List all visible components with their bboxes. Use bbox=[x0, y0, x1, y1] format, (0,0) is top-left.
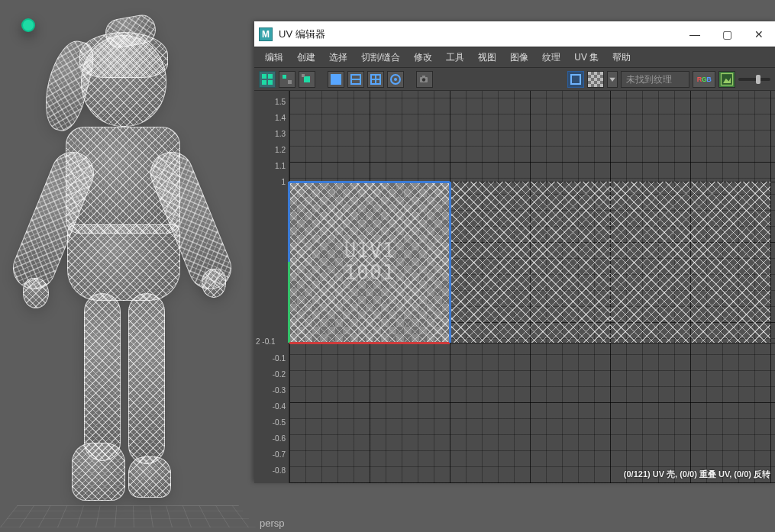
ruler-vertical: 1.5 1.4 1.3 1.2 1.1 1 -0.1 -0.2 -0.3 -0.… bbox=[254, 91, 289, 483]
toolbar-separator bbox=[318, 71, 325, 88]
image-toggle-icon[interactable] bbox=[718, 71, 735, 88]
menu-create[interactable]: 创建 bbox=[291, 48, 321, 67]
ruler-tick: -0.5 bbox=[273, 418, 286, 427]
svg-rect-9 bbox=[334, 77, 338, 82]
svg-rect-19 bbox=[422, 76, 425, 78]
udim-tile-1003[interactable] bbox=[610, 182, 770, 343]
ruler-tick: -0.6 bbox=[273, 434, 286, 443]
camera-icon[interactable] bbox=[416, 71, 433, 88]
udim-tile-label: U1V11001 bbox=[344, 240, 396, 285]
axis-v0 bbox=[289, 343, 775, 343]
ruler-tick: -0.1 bbox=[273, 354, 286, 363]
svg-marker-21 bbox=[609, 77, 615, 81]
udim-tile-1002[interactable] bbox=[450, 182, 610, 343]
mesh-torso bbox=[66, 127, 180, 234]
ruler-tick: -0.3 bbox=[273, 386, 286, 395]
mesh-head bbox=[81, 35, 166, 127]
toolbar-separator bbox=[407, 71, 413, 88]
ruler-tick: -0.8 bbox=[273, 466, 286, 475]
display-toggle-a[interactable] bbox=[567, 71, 584, 88]
ruler-tick: 1.3 bbox=[275, 130, 286, 138]
sel-mode-a-icon[interactable] bbox=[328, 71, 344, 88]
menu-edit[interactable]: 编辑 bbox=[259, 48, 289, 67]
svg-rect-1 bbox=[268, 74, 273, 79]
sel-mode-d-icon[interactable] bbox=[387, 71, 404, 88]
mesh-boot-left bbox=[72, 443, 125, 501]
toolbar: 未找到纹理 RGB bbox=[254, 68, 775, 91]
window-title: UV 编辑器 bbox=[279, 27, 325, 41]
svg-rect-20 bbox=[571, 75, 580, 84]
svg-rect-0 bbox=[262, 74, 266, 79]
ruler-tick: 1.4 bbox=[275, 114, 286, 122]
mesh-hand-left bbox=[23, 278, 49, 308]
uv-canvas[interactable]: 1.5 1.4 1.3 1.2 1.1 1 -0.1 -0.2 -0.3 -0.… bbox=[254, 91, 775, 483]
menu-view[interactable]: 视图 bbox=[472, 48, 502, 67]
menu-cutsew[interactable]: 切割/缝合 bbox=[355, 48, 406, 67]
rgb-toggle[interactable]: RGB bbox=[693, 71, 715, 88]
ruler-corner: 2 -0.1 bbox=[256, 337, 276, 346]
menu-texture[interactable]: 纹理 bbox=[536, 48, 567, 67]
sel-mode-c-icon[interactable] bbox=[367, 71, 384, 88]
texture-dropdown-arrow[interactable] bbox=[607, 71, 618, 88]
uv-grid-icon[interactable] bbox=[259, 71, 276, 88]
mesh-leg-right bbox=[128, 293, 165, 464]
uv-editor-window: M UV 编辑器 — ▢ ✕ 编辑 创建 选择 切割/缝合 修改 工具 视图 图… bbox=[254, 21, 775, 482]
svg-point-18 bbox=[422, 78, 425, 81]
mesh-boot-right bbox=[128, 456, 171, 498]
menu-select[interactable]: 选择 bbox=[323, 48, 354, 67]
udim-tile-1001[interactable]: U1V11001 bbox=[289, 182, 450, 343]
menu-tools[interactable]: 工具 bbox=[440, 48, 470, 67]
menubar: 编辑 创建 选择 切割/缝合 修改 工具 视图 图像 纹理 UV 集 帮助 bbox=[254, 47, 775, 68]
mesh-leg-left bbox=[84, 293, 121, 461]
maya-app-icon: M bbox=[259, 27, 273, 41]
minimize-button[interactable]: — bbox=[679, 22, 711, 47]
uv-snap-icon[interactable] bbox=[299, 71, 315, 88]
ruler-tick: -0.4 bbox=[273, 402, 286, 411]
dim-slider[interactable] bbox=[738, 78, 770, 81]
mesh-skirt bbox=[67, 224, 180, 301]
menu-modify[interactable]: 修改 bbox=[408, 48, 438, 67]
ruler-tick: -0.2 bbox=[273, 370, 286, 379]
uv-shell-icon[interactable] bbox=[279, 71, 295, 88]
svg-rect-3 bbox=[268, 80, 273, 85]
character-wireframe bbox=[21, 18, 221, 507]
sel-mode-b-icon[interactable] bbox=[347, 71, 364, 88]
ruler-tick: -0.7 bbox=[273, 450, 286, 459]
svg-rect-6 bbox=[304, 76, 310, 82]
mesh-pendant bbox=[21, 18, 35, 32]
texture-input[interactable]: 未找到纹理 bbox=[621, 71, 689, 88]
menu-help[interactable]: 帮助 bbox=[606, 48, 637, 67]
uv-status-text: (0/121) UV 壳, (0/0) 重叠 UV, (0/0) 反转 bbox=[624, 469, 770, 480]
close-button[interactable]: ✕ bbox=[743, 22, 775, 47]
ruler-tick: 1 bbox=[281, 178, 286, 186]
ruler-tick: 1.1 bbox=[275, 162, 286, 170]
viewport-grid-floor bbox=[0, 506, 256, 527]
camera-label: persp bbox=[260, 517, 285, 529]
svg-rect-4 bbox=[283, 75, 286, 79]
svg-point-16 bbox=[394, 78, 397, 81]
svg-rect-2 bbox=[262, 80, 266, 85]
svg-rect-7 bbox=[302, 74, 305, 77]
ruler-tick: 1.5 bbox=[275, 98, 286, 106]
titlebar[interactable]: M UV 编辑器 — ▢ ✕ bbox=[254, 22, 775, 47]
ruler-tick: 1.2 bbox=[275, 146, 286, 154]
maximize-button[interactable]: ▢ bbox=[711, 22, 743, 47]
menu-image[interactable]: 图像 bbox=[504, 48, 534, 67]
svg-rect-5 bbox=[288, 80, 292, 84]
menu-uvset[interactable]: UV 集 bbox=[568, 48, 605, 67]
mesh-hand-right bbox=[202, 269, 226, 298]
checker-icon[interactable] bbox=[587, 71, 604, 88]
